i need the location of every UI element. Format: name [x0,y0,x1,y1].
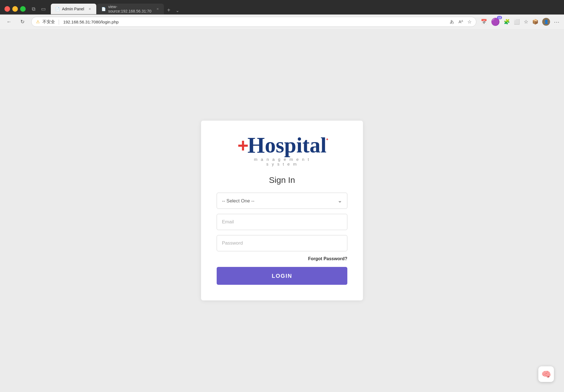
address-input-wrap[interactable]: ⚠ 不安全 │ 192.168.56.31:7080/login.php あ A… [31,17,476,27]
tab-close-button[interactable]: ✕ [87,7,92,11]
tabs-bar: 📄 Admin Panel ✕ 📄 view-source:192.168.56… [51,4,560,14]
login-button[interactable]: LOGIN [217,267,347,285]
address-bar-icons: あ Aᴬ ☆ [450,19,472,25]
logo-subtitle-line2: s y s t e m [266,162,298,166]
tab-view-source[interactable]: 📄 view-source:192.168.56.31:70 ✕ [97,4,164,14]
tab-page-icon: 📄 [55,7,60,11]
ai-assistant-badge[interactable]: 🧠 [538,366,554,382]
tab-page-icon-2: 📄 [101,7,106,11]
translate-icon[interactable]: あ [450,19,454,25]
security-warning-icon: ⚠ [36,19,40,24]
role-select-group: -- Select One -- Admin Doctor Patient [217,193,347,209]
browser-toolbar-icons: ⧉ ▭ [32,6,46,12]
notification-badge: 12 [497,16,502,19]
back-button[interactable]: ← [4,17,13,26]
logo-area: + H ospita l ✦ m a n a g e m e n t s y s… [237,134,326,166]
browser-chrome: ⧉ ▭ 📄 Admin Panel ✕ 📄 view-source:192.16… [0,0,564,29]
role-select-wrap: -- Select One -- Admin Doctor Patient [217,193,347,209]
minimize-button[interactable] [12,6,18,12]
password-group [217,235,347,251]
tab-label-2: view-source:192.168.56.31:70 [108,4,152,13]
email-input[interactable] [217,214,347,230]
sign-in-title: Sign In [269,175,295,185]
separator: │ [58,20,60,24]
role-select[interactable]: -- Select One -- Admin Doctor Patient [217,193,347,209]
forgot-password-anchor[interactable]: Forgot Password? [308,256,347,261]
puzzle-icon[interactable]: 🧩 [504,19,510,25]
logo-cross-symbol: + [237,136,248,155]
window-controls [4,6,26,12]
tab-admin-panel[interactable]: 📄 Admin Panel ✕ [51,4,96,14]
calendar-icon: 📅 [481,19,487,25]
logo-h-letter: H [247,134,265,156]
email-group [217,214,347,230]
title-bar: ⧉ ▭ 📄 Admin Panel ✕ 📄 view-source:192.16… [0,0,564,15]
logo-ospital-text: ospita [265,134,320,156]
tab-group-icon[interactable]: ⧉ [32,6,35,12]
logo-l-with-dot: l ✦ [321,134,327,156]
forgot-password-link[interactable]: Forgot Password? [217,256,347,261]
more-icon[interactable]: ··· [554,19,560,25]
reader-icon[interactable]: Aᴬ [458,19,463,24]
split-view-icon[interactable]: ⬜ [514,19,520,25]
new-tab-button[interactable]: + [164,6,173,14]
tab-icon[interactable]: ▭ [41,6,46,12]
tab-close-button-2[interactable]: ✕ [156,7,160,11]
maximize-button[interactable] [20,6,26,12]
insecure-label: 不安全 [42,19,55,25]
password-input[interactable] [217,235,347,251]
extensions-badge[interactable]: 📅 [481,19,487,25]
page-content: + H ospita l ✦ m a n a g e m e n t s y s… [0,29,564,392]
favorites-icon[interactable]: ☆ [524,19,528,25]
tab-dropdown-button[interactable]: ⌄ [173,7,181,14]
logo-graphic: + H ospita l ✦ [237,134,326,156]
toolbar-right: 📅 🟣 12 🧩 ⬜ ☆ 📦 👤 ··· [481,18,560,26]
reload-button[interactable]: ↻ [18,17,27,26]
collections-icon[interactable]: 📦 [532,19,538,25]
address-bar: ← ↻ ⚠ 不安全 │ 192.168.56.31:7080/login.php… [0,15,564,29]
profile-badge[interactable]: 🟣 12 [491,18,500,26]
bookmark-icon[interactable]: ☆ [467,19,472,25]
avatar[interactable]: 👤 [542,18,550,26]
tab-label: Admin Panel [62,7,84,11]
url-text: 192.168.56.31:7080/login.php [63,20,447,24]
close-button[interactable] [4,6,10,12]
login-card: + H ospita l ✦ m a n a g e m e n t s y s… [201,121,363,300]
logo-subtitle-line1: m a n a g e m e n t [254,157,310,162]
